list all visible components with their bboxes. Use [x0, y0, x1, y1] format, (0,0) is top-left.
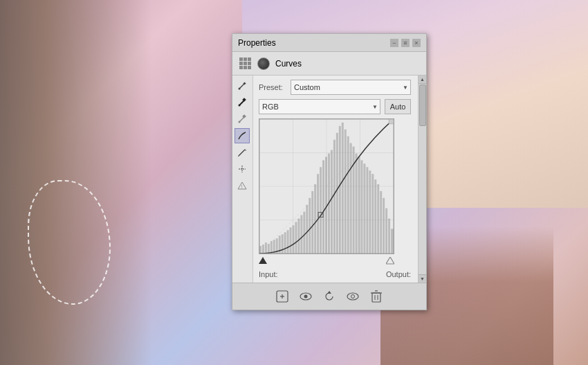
- svg-point-8: [239, 121, 241, 123]
- svg-rect-56: [347, 136, 349, 253]
- gradient-slider-row: [259, 257, 394, 267]
- grid-cell: [244, 57, 247, 61]
- scroll-down-button[interactable]: ▼: [419, 274, 426, 283]
- scroll-up-button[interactable]: ▲: [419, 75, 426, 84]
- delete-button[interactable]: [368, 288, 385, 305]
- channel-select-wrapper: RGB Red Green Blue ▼: [259, 99, 380, 114]
- grid-cell: [239, 62, 243, 65]
- panel-close-button[interactable]: ×: [412, 39, 421, 47]
- auto-button[interactable]: Auto: [385, 99, 411, 114]
- svg-rect-64: [369, 170, 371, 253]
- smooth-tool[interactable]: [235, 161, 250, 177]
- panel-title: Properties: [238, 38, 276, 48]
- svg-rect-60: [358, 157, 360, 253]
- svg-rect-68: [380, 191, 382, 253]
- svg-text:!: !: [241, 184, 243, 189]
- svg-rect-53: [339, 126, 341, 253]
- svg-line-11: [238, 155, 239, 157]
- svg-rect-61: [360, 160, 362, 253]
- svg-rect-25: [262, 244, 264, 253]
- svg-point-85: [351, 295, 355, 299]
- preset-select[interactable]: Custom Default Linear Contrast Medium Co…: [291, 80, 411, 95]
- preset-select-wrapper: Custom Default Linear Contrast Medium Co…: [291, 80, 411, 95]
- channel-row: RGB Red Green Blue ▼ Auto: [259, 99, 411, 114]
- section-title: Curves: [275, 59, 302, 69]
- svg-rect-28: [270, 241, 273, 253]
- svg-rect-42: [309, 198, 311, 253]
- panel-titlebar: Properties − ≡ ×: [232, 34, 426, 52]
- eyedropper-dark-tool[interactable]: [235, 95, 250, 110]
- curves-layer-icon: [257, 57, 270, 70]
- panel-menu-button[interactable]: ≡: [401, 39, 410, 47]
- svg-point-2: [239, 88, 241, 90]
- visibility-toggle-button[interactable]: [297, 288, 314, 305]
- svg-rect-72: [391, 229, 394, 253]
- svg-rect-57: [350, 143, 352, 253]
- output-label: Output:: [386, 270, 411, 278]
- grid-cell: [239, 57, 243, 61]
- curves-section-header: Curves: [232, 52, 426, 75]
- io-row: Input: Output:: [259, 270, 411, 278]
- svg-marker-76: [259, 257, 267, 264]
- svg-rect-51: [333, 140, 336, 253]
- svg-rect-36: [293, 225, 295, 253]
- black-point-slider[interactable]: [259, 257, 267, 267]
- svg-rect-34: [287, 230, 289, 253]
- add-adjustment-button[interactable]: [274, 288, 291, 305]
- tools-column: !: [232, 75, 253, 283]
- svg-marker-83: [327, 291, 331, 294]
- adjustment-type-icon[interactable]: [239, 57, 252, 70]
- svg-rect-50: [331, 150, 333, 253]
- svg-rect-33: [284, 232, 286, 253]
- svg-rect-69: [383, 198, 385, 253]
- svg-rect-66: [374, 179, 376, 253]
- grid-cell: [248, 66, 251, 69]
- svg-rect-55: [344, 130, 347, 253]
- svg-rect-65: [371, 174, 374, 253]
- svg-rect-35: [290, 227, 292, 253]
- svg-point-5: [239, 105, 241, 107]
- svg-rect-46: [320, 167, 322, 253]
- svg-rect-63: [366, 167, 368, 253]
- panel-controls: − ≡ ×: [390, 39, 421, 47]
- grid-cell: [244, 66, 247, 69]
- svg-rect-75: [389, 119, 394, 124]
- svg-rect-38: [297, 219, 300, 253]
- svg-rect-47: [322, 160, 324, 253]
- properties-panel: Properties − ≡ × Curves: [232, 33, 427, 310]
- svg-rect-59: [356, 153, 358, 253]
- svg-line-9: [239, 150, 245, 156]
- svg-rect-62: [363, 163, 365, 253]
- panel-scrollbar[interactable]: ▲ ▼: [418, 75, 426, 283]
- warning-icon[interactable]: !: [235, 178, 250, 193]
- svg-point-82: [304, 295, 308, 299]
- svg-rect-41: [306, 205, 308, 253]
- channel-select[interactable]: RGB Red Green Blue: [259, 99, 380, 114]
- eyedropper-sample-tool[interactable]: [235, 78, 250, 94]
- svg-rect-27: [268, 244, 270, 253]
- reset-button[interactable]: [321, 288, 338, 305]
- eyedropper-mid-tool[interactable]: [235, 112, 250, 127]
- svg-rect-86: [372, 293, 380, 302]
- svg-rect-70: [385, 208, 387, 253]
- curves-graph[interactable]: [259, 118, 394, 254]
- svg-rect-44: [314, 184, 316, 253]
- grid-cell: [248, 62, 251, 65]
- main-content-column: Preset: Custom Default Linear Contrast M…: [253, 75, 418, 283]
- bottom-toolbar: [232, 283, 426, 310]
- curves-svg: [259, 119, 394, 253]
- panel-minimize-button[interactable]: −: [390, 39, 398, 47]
- pencil-draw-tool[interactable]: [235, 145, 250, 160]
- svg-point-84: [347, 293, 358, 300]
- white-point-slider[interactable]: [386, 257, 394, 267]
- svg-rect-39: [300, 215, 302, 253]
- panel-inner: ! Preset: Custom Default Linear Contrast…: [232, 75, 426, 283]
- svg-rect-67: [377, 184, 379, 253]
- svg-rect-43: [311, 191, 313, 253]
- svg-rect-71: [388, 219, 390, 253]
- view-button[interactable]: [344, 288, 361, 305]
- curve-edit-tool[interactable]: [235, 128, 250, 143]
- scroll-thumb[interactable]: [419, 84, 426, 126]
- preset-label: Preset:: [259, 83, 286, 91]
- svg-rect-54: [342, 123, 344, 253]
